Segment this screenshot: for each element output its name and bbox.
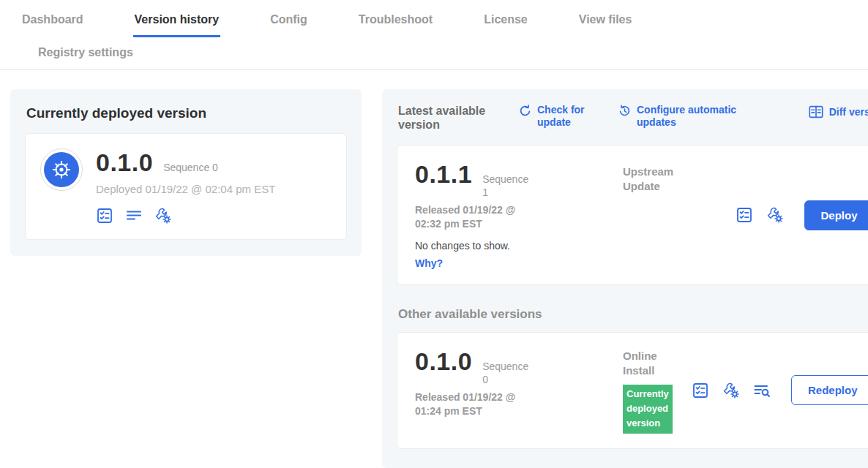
config-wrench-icon[interactable] [154,207,172,224]
kubernetes-icon [44,152,79,187]
latest-sequence-label: Sequence 1 [482,173,534,199]
deployed-version-number: 0.1.0 [96,148,153,177]
other-sequence-label: Sequence 0 [482,361,534,386]
currently-deployed-badge: Currently deployed version [623,385,673,433]
deployed-sequence-label: Sequence 0 [163,162,218,173]
preflight-checks-icon[interactable] [736,206,753,224]
other-version-number: 0.1.0 [415,347,472,376]
deploy-button[interactable]: Deploy [804,200,868,230]
tab-view-files[interactable]: View files [577,0,634,37]
latest-source-label: Upstream Update [623,165,686,270]
latest-release-card: 0.1.1 Sequence 1 Released 01/19/22 @ 02:… [397,145,868,285]
nav-row-1: Dashboard Version history Config Trouble… [20,0,848,37]
other-version-info: 0.1.0 Sequence 0 Released 01/19/22 @ 01:… [415,347,604,433]
available-versions-panel: Latest available version Check for updat… [382,89,868,468]
deployed-version-card: 0.1.0 Sequence 0 Deployed 01/19/22 @ 02:… [25,133,347,240]
nav-row-2: Registry settings [20,37,848,69]
no-changes-text: No changes to show. [415,240,604,252]
configure-automatic-updates-label: Configure automatic updates [637,104,744,129]
diff-versions-link[interactable]: Diff versions [808,104,868,120]
other-source-label: Online Install [623,349,668,377]
check-for-update-label: Check for update [537,104,596,129]
latest-release-info: 0.1.1 Sequence 1 Released 01/19/22 @ 02:… [415,160,604,270]
tab-troubleshoot[interactable]: Troubleshoot [357,0,434,37]
other-version-card: 0.1.0 Sequence 0 Released 01/19/22 @ 01:… [397,332,868,448]
latest-version-number: 0.1.1 [415,160,472,189]
deployed-card-actions [96,207,275,224]
other-card-actions: Redeploy [692,375,868,405]
tab-dashboard[interactable]: Dashboard [20,0,85,37]
why-link[interactable]: Why? [415,257,443,269]
latest-released-timestamp: Released 01/19/22 @ 02:32 pm EST [415,203,538,231]
preflight-checks-icon[interactable] [96,207,113,224]
currently-deployed-title: Currently deployed version [26,105,347,121]
other-source-block: Online Install Currently deployed versio… [623,347,673,433]
preflight-checks-icon[interactable] [692,382,709,399]
config-wrench-icon[interactable] [766,206,784,224]
tab-license[interactable]: License [482,0,529,37]
deployed-version-details: 0.1.0 Sequence 0 Deployed 01/19/22 @ 02:… [96,148,275,224]
configure-automatic-updates-link[interactable]: Configure automatic updates [618,104,744,129]
deployed-timestamp: Deployed 01/19/22 @ 02:04 pm EST [96,183,275,195]
tab-version-history[interactable]: Version history [133,0,221,37]
release-notes-icon[interactable] [125,207,143,224]
other-released-timestamp: Released 01/19/22 @ 01:24 pm EST [415,390,538,418]
latest-available-title: Latest available version [398,104,496,132]
app-logo [40,148,83,191]
main-content: Currently deployed version 0.1.0 Sequenc… [0,70,868,468]
config-wrench-icon[interactable] [722,382,740,399]
tab-config[interactable]: Config [269,0,309,37]
currently-deployed-panel: Currently deployed version 0.1.0 Sequenc… [10,89,362,256]
check-for-update-link[interactable]: Check for update [518,104,596,129]
diff-versions-label: Diff versions [829,106,868,118]
tab-registry-settings[interactable]: Registry settings [37,37,135,69]
view-logs-icon[interactable] [753,382,771,399]
redeploy-button[interactable]: Redeploy [791,375,868,405]
refresh-icon [518,104,532,118]
diff-icon [808,104,824,120]
latest-card-actions: Deploy [736,200,868,230]
auto-update-icon [618,104,632,118]
latest-available-header: Latest available version Check for updat… [397,104,868,132]
top-navigation: Dashboard Version history Config Trouble… [0,0,868,70]
other-versions-title: Other available versions [398,307,868,322]
